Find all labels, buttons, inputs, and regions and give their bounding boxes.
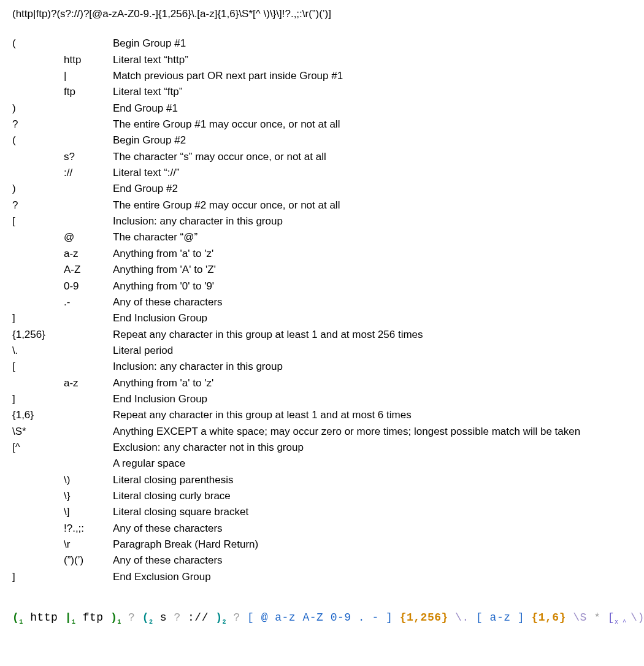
table-row: httpLiteral text “http”	[12, 52, 580, 68]
literal-sep: ://	[181, 611, 216, 624]
token-col	[12, 229, 64, 245]
group2-close: )	[215, 611, 222, 624]
quant-1: ?	[121, 611, 142, 624]
table-row: {1,6}Repeat any character in this group …	[12, 407, 580, 423]
subtoken-col: A-Z	[64, 262, 113, 278]
table-row: \rParagraph Break (Hard Return)	[12, 537, 580, 553]
table-row: a-zAnything from 'a' to 'z'	[12, 375, 580, 391]
token-col: )	[12, 181, 64, 197]
subtoken-col: .-	[64, 294, 113, 310]
subtoken-col	[64, 181, 113, 197]
subtoken-col: \}	[64, 488, 113, 504]
description-col: Match previous part OR next part inside …	[113, 68, 580, 84]
token-col	[12, 504, 64, 520]
token-col	[12, 149, 64, 165]
token-col	[12, 553, 64, 568]
description-col: End Group #1	[113, 101, 580, 117]
token-col: \.	[12, 343, 64, 359]
token-col: ?	[12, 197, 64, 213]
table-row: (Begin Group #2	[12, 132, 580, 148]
class-close-1: ]	[386, 611, 400, 624]
quant-2: ?	[226, 611, 247, 624]
token-col: (	[12, 132, 64, 148]
token-col: [^	[12, 440, 64, 456]
group2-open: (	[142, 611, 149, 624]
description-col: Any of these characters	[113, 553, 580, 568]
group1-open: (	[12, 611, 19, 624]
token-col	[12, 246, 64, 262]
table-row: \}Literal closing curly brace	[12, 488, 580, 504]
table-row: ?The entire Group #1 may occur once, or …	[12, 117, 580, 132]
subtoken-col: |	[64, 68, 113, 84]
token-col: [	[12, 359, 64, 375]
description-col: Literal text “http”	[113, 52, 580, 68]
class-2: [ a-z ]	[476, 611, 531, 624]
table-row: .-Any of these characters	[12, 294, 580, 310]
subtoken-col	[64, 456, 113, 472]
table-row: A regular space	[12, 456, 580, 472]
token-col: {1,256}	[12, 327, 64, 343]
description-col: Any of these characters	[113, 521, 580, 537]
description-col: The entire Group #2 may occur once, or n…	[113, 197, 580, 213]
description-col: Anything from 'A' to 'Z'	[113, 262, 580, 278]
exclusion-escapes: \) \} \]	[631, 611, 644, 624]
description-col: End Group #2	[113, 181, 580, 197]
token-col	[12, 488, 64, 504]
subtoken-col	[64, 310, 113, 326]
token-col	[12, 278, 64, 294]
literal-http: http	[23, 611, 65, 624]
table-row: ]End Inclusion Group	[12, 391, 580, 407]
token-col	[12, 52, 64, 68]
subtoken-col	[64, 197, 113, 213]
table-row: )End Group #2	[12, 181, 580, 197]
exclusion-sub: x ^	[615, 619, 631, 626]
subtoken-col	[64, 132, 113, 148]
table-row: 0-9Anything from '0' to '9'	[12, 278, 580, 294]
subtoken-col	[64, 343, 113, 359]
description-col: Repeat any character in this group at le…	[113, 327, 580, 343]
subtoken-col: \)	[64, 472, 113, 488]
subtoken-col	[64, 36, 113, 52]
description-col: Anything EXCEPT a white space; may occur…	[113, 424, 580, 440]
literal-ftp: ftp	[75, 611, 110, 624]
description-col: Literal closing curly brace	[113, 488, 580, 504]
table-row: |Match previous part OR next part inside…	[12, 68, 580, 84]
token-col	[12, 294, 64, 310]
token-col	[12, 68, 64, 84]
token-col	[12, 472, 64, 488]
table-row: ://Literal text “://”	[12, 165, 580, 181]
subtoken-col: @	[64, 229, 113, 245]
subtoken-col	[64, 101, 113, 117]
description-col: Exclusion: any character not in this gro…	[113, 440, 580, 456]
subtoken-col	[64, 391, 113, 407]
description-col: End Exclusion Group	[113, 569, 580, 585]
token-col	[12, 375, 64, 391]
description-col: Literal period	[113, 343, 580, 359]
subtoken-col	[64, 424, 113, 440]
description-col: Literal text “://”	[113, 165, 580, 181]
subtoken-col: !?.,;:	[64, 521, 113, 537]
regex-explanation-document: (http|ftp)?(s?://)?[@a-zA-Z0-9.-]{1,256}…	[0, 0, 644, 645]
subtoken-col: ://	[64, 165, 113, 181]
subtoken-col: \]	[64, 504, 113, 520]
table-row: s?The character “s” may occur once, or n…	[12, 149, 580, 165]
subtoken-col	[64, 213, 113, 229]
table-row: )End Group #1	[12, 101, 580, 117]
table-row: @The character “@”	[12, 229, 580, 245]
table-row: \S*Anything EXCEPT a white space; may oc…	[12, 424, 580, 440]
subtoken-col	[64, 327, 113, 343]
subtoken-col	[64, 440, 113, 456]
table-row: {1,256}Repeat any character in this grou…	[12, 327, 580, 343]
token-col: ]	[12, 569, 64, 585]
description-col: Repeat any character in this group at le…	[113, 407, 580, 423]
token-col	[12, 262, 64, 278]
subtoken-col: http	[64, 52, 113, 68]
literal-s: s	[153, 611, 174, 624]
table-row: (”)(’)Any of these characters	[12, 553, 580, 568]
description-col: Inclusion: any character in this group	[113, 359, 580, 375]
table-row: a-zAnything from 'a' to 'z'	[12, 246, 580, 262]
table-row: !?.,;:Any of these characters	[12, 521, 580, 537]
table-row: ]End Exclusion Group	[12, 569, 580, 585]
alt-bar: |	[65, 611, 72, 624]
table-row: [^Exclusion: any character not in this g…	[12, 440, 580, 456]
